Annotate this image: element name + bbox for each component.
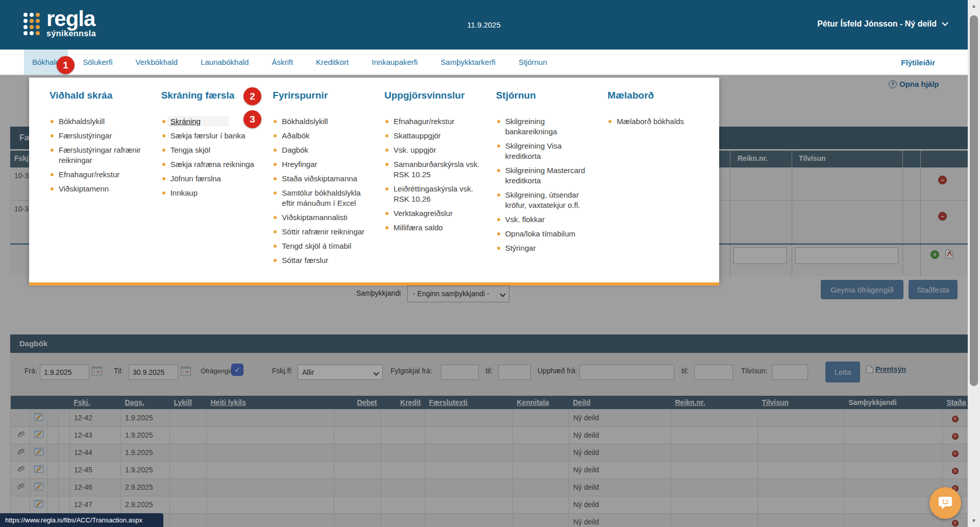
menu-item-label: Stýringar [505,244,536,252]
status-bar-url: https://www.regla.is/fibs/ACC/Transactio… [0,513,163,527]
menu-item[interactable]: Viðskiptamenn [50,184,146,194]
menu-item[interactable]: Viðskiptamannalisti [273,212,369,223]
menu-item[interactable]: Efnahagur/rekstur [384,116,481,127]
menu-item[interactable]: Mælaborð bókhalds [607,116,704,127]
nav-item-8[interactable]: Samþykktarkerfi [432,50,504,75]
menu-item[interactable]: Jöfnun færslna [161,174,258,184]
chat-smiley-icon [937,495,953,511]
menu-column-2: Skráning færslaSkráningSækja færslur í b… [161,86,258,282]
menu-item[interactable]: Sækja færslur í banka [161,131,258,141]
menu-item[interactable]: Sóttir rafrænir reikningar [273,227,369,237]
bullet-icon [497,194,500,197]
menu-item[interactable]: Færslustýringar [50,131,146,141]
menu-item[interactable]: Skráning [161,116,258,127]
bullet-icon [51,134,54,137]
menu-column-title: Mælaborð [607,90,704,103]
menu-item[interactable]: Efnahagur/rekstur [50,170,146,180]
menu-item[interactable]: Hreyfingar [273,159,369,170]
menu-item-label: Viðskiptamannalisti [282,213,347,222]
bullet-icon [385,149,388,152]
menu-item-label: Tengd skjöl á tímabil [282,242,351,250]
menu-item-label: Vsk. flokkar [505,215,545,224]
menu-item-label: Skattauppgjör [394,131,441,140]
scrollbar-thumb[interactable] [970,15,978,386]
step-badge-2: 2 [243,87,261,105]
menu-item[interactable]: Færslustýringar rafrænir reikningar [50,145,146,165]
nav-item-9[interactable]: Stjórnun [510,50,555,75]
menu-item[interactable]: Stýringar [496,243,593,253]
menu-item[interactable]: Skattauppgjör [384,131,481,141]
menu-item[interactable]: Skilgreining Visa kreditkorta [496,141,593,161]
menu-item[interactable]: Skilgreining Mastercard kreditkorta [496,165,593,186]
shortcuts-link[interactable]: Flýtileiðir [901,50,935,75]
bullet-icon [274,230,277,233]
nav-item-4[interactable]: Launabókhald [192,50,257,75]
menu-item[interactable]: Sóttar færslur [273,255,369,266]
menu-item-label: Skilgreining Visa kreditkorta [505,141,562,160]
menu-item-label: Viðskiptamenn [59,184,109,193]
menu-item[interactable]: Dagbók [273,145,369,155]
menu-column-title: Fyrirspurnir [273,90,369,103]
nav-item-3[interactable]: Verkbókhald [128,50,186,75]
menu-item-label: Verktakagreiðslur [394,209,453,218]
menu-item[interactable]: Verktakagreiðslur [384,208,481,219]
menu-item-label: Opna/loka tímabilum [505,229,576,238]
menu-item-label: Innkaup [170,188,198,197]
menu-item-label: Sækja færslur í banka [170,131,246,140]
user-name: Pétur Ísfeld Jónsson - Ný deild [817,19,937,29]
bullet-icon [274,259,277,262]
bullet-icon [162,177,165,180]
bullet-icon [385,226,388,229]
chat-button[interactable] [929,487,961,519]
bullet-icon [385,134,388,137]
bullet-icon [162,120,165,123]
menu-item[interactable]: Aðalbók [273,131,369,141]
user-menu[interactable]: Pétur Ísfeld Jónsson - Ný deild [817,19,947,29]
step-badge-3: 3 [243,110,261,128]
bullet-icon [51,173,54,176]
menu-item-label: Skilgreining Mastercard kreditkorta [505,166,585,185]
nav-item-2[interactable]: Sölukerfi [75,50,120,75]
menu-column-title: Stjórnun [496,90,593,103]
bullet-icon [51,149,54,152]
menu-item[interactable]: Sækja rafræna reikninga [161,159,258,170]
menu-item[interactable]: Vsk. uppgjör [384,145,481,155]
menu-column-4: UppgjörsvinnslurEfnahagur/reksturSkattau… [384,86,481,282]
menu-item[interactable]: Skilgreining, útsendar kröfur, vaxtatekj… [496,190,593,210]
menu-item-label: Skráning [167,116,229,127]
bullet-icon [274,177,277,180]
menu-item[interactable]: Millifæra saldo [384,223,481,233]
nav-item-6[interactable]: Kreditkort [308,50,357,75]
app-header: regla sýnikennsla 11.9.2025 Pétur Ísfeld… [0,0,968,50]
menu-item-label: Sóttir rafrænir reikningar [282,227,364,236]
menu-column-5: StjórnunSkilgreining bankareikningaSkilg… [496,86,593,282]
menu-item[interactable]: Staða viðskiptamanna [273,174,369,184]
menu-item-label: Sóttar færslur [282,256,328,265]
menu-item-label: Vsk. uppgjör [394,146,436,154]
menu-item[interactable]: Samtölur bókhaldslykla eftir mánuðum í E… [273,188,369,208]
scroll-up-icon[interactable]: ▲ [968,1,980,11]
menu-item[interactable]: Tengja skjöl [161,145,258,155]
page-scrollbar[interactable]: ▲ ▼ [968,0,980,527]
bullet-icon [497,247,500,250]
bullet-icon [385,212,388,215]
menu-item[interactable]: Opna/loka tímabilum [496,229,593,239]
menu-item[interactable]: Leiðréttingaskýrsla vsk. RSK 10.26 [384,184,481,204]
menu-column-title: Viðhald skráa [50,90,146,103]
menu-item[interactable]: Bókhaldslykill [273,116,369,127]
nav-item-5[interactable]: Áskrift [263,50,301,75]
menu-item-label: Mælaborð bókhalds [617,117,684,126]
menu-item-label: Sækja rafræna reikninga [170,160,254,169]
menu-item[interactable]: Innkaup [161,188,258,198]
menu-item[interactable]: Skilgreining bankareikninga [496,116,593,137]
scroll-down-icon[interactable]: ▼ [968,516,980,526]
bullet-icon [274,216,277,219]
bullet-icon [51,187,54,190]
menu-item[interactable]: Tengd skjöl á tímabil [273,241,369,251]
menu-item[interactable]: Bókhaldslykill [50,116,146,127]
nav-item-7[interactable]: Innkaupakerfi [363,50,426,75]
menu-item[interactable]: Vsk. flokkar [496,214,593,225]
menu-item-label: Millifæra saldo [394,223,443,232]
menu-item-label: Tengja skjöl [170,146,210,154]
menu-item[interactable]: Samanburðarskýrsla vsk. RSK 10.25 [384,159,481,180]
